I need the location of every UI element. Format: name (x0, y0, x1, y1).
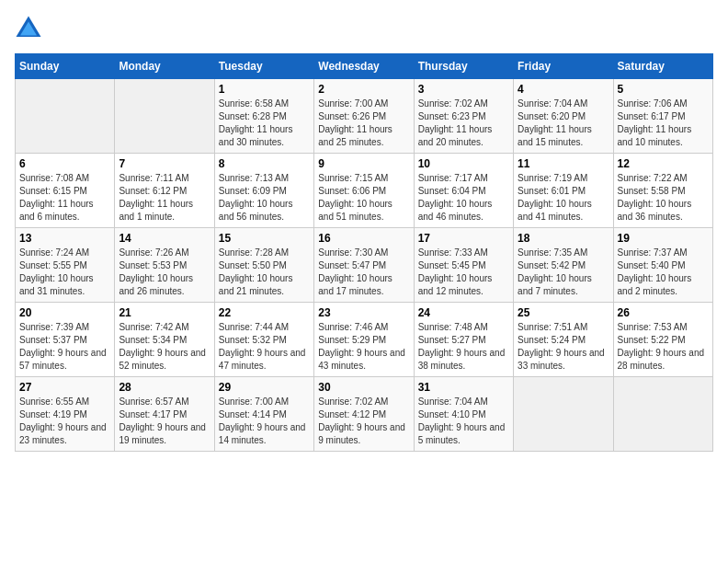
day-number: 19 (618, 232, 709, 245)
day-info: Sunrise: 7:02 AM Sunset: 6:23 PM Dayligh… (418, 98, 509, 149)
day-number: 4 (518, 83, 609, 96)
day-info: Sunrise: 7:13 AM Sunset: 6:09 PM Dayligh… (219, 172, 310, 224)
calendar-cell: 1Sunrise: 6:58 AM Sunset: 6:28 PM Daylig… (214, 79, 313, 154)
calendar-cell: 4Sunrise: 7:04 AM Sunset: 6:20 PM Daylig… (514, 79, 613, 154)
calendar-cell: 19Sunrise: 7:37 AM Sunset: 5:40 PM Dayli… (613, 228, 712, 303)
calendar-cell: 31Sunrise: 7:04 AM Sunset: 4:10 PM Dayli… (414, 377, 513, 452)
calendar-week-5: 27Sunrise: 6:55 AM Sunset: 4:19 PM Dayli… (16, 377, 713, 452)
day-number: 17 (418, 232, 509, 245)
header-day-friday: Friday (514, 54, 613, 79)
day-number: 16 (318, 232, 409, 245)
calendar-cell (514, 377, 613, 452)
day-number: 2 (318, 83, 409, 96)
calendar-week-2: 6Sunrise: 7:08 AM Sunset: 6:15 PM Daylig… (16, 154, 713, 228)
day-info: Sunrise: 7:00 AM Sunset: 6:26 PM Dayligh… (318, 98, 409, 149)
calendar-week-3: 13Sunrise: 7:24 AM Sunset: 5:55 PM Dayli… (16, 228, 713, 303)
day-info: Sunrise: 7:02 AM Sunset: 4:12 PM Dayligh… (318, 396, 409, 447)
calendar-cell: 26Sunrise: 7:53 AM Sunset: 5:22 PM Dayli… (613, 303, 712, 377)
calendar-cell: 14Sunrise: 7:26 AM Sunset: 5:53 PM Dayli… (115, 228, 214, 303)
calendar-cell: 20Sunrise: 7:39 AM Sunset: 5:37 PM Dayli… (16, 303, 115, 377)
day-info: Sunrise: 7:48 AM Sunset: 5:27 PM Dayligh… (418, 321, 509, 373)
header-day-wednesday: Wednesday (314, 54, 414, 79)
day-number: 10 (418, 157, 509, 170)
day-info: Sunrise: 7:08 AM Sunset: 6:15 PM Dayligh… (19, 172, 110, 224)
day-info: Sunrise: 7:35 AM Sunset: 5:42 PM Dayligh… (518, 247, 609, 298)
day-number: 22 (219, 306, 310, 319)
calendar-cell: 9Sunrise: 7:15 AM Sunset: 6:06 PM Daylig… (314, 154, 414, 228)
day-info: Sunrise: 7:17 AM Sunset: 6:04 PM Dayligh… (418, 172, 509, 224)
day-number: 25 (518, 306, 609, 319)
calendar-cell (115, 79, 214, 154)
calendar-cell: 28Sunrise: 6:57 AM Sunset: 4:17 PM Dayli… (115, 377, 214, 452)
day-number: 1 (219, 83, 310, 96)
day-number: 23 (318, 306, 409, 319)
logo-icon (15, 15, 42, 42)
day-info: Sunrise: 7:53 AM Sunset: 5:22 PM Dayligh… (618, 321, 709, 373)
day-info: Sunrise: 7:22 AM Sunset: 5:58 PM Dayligh… (618, 172, 709, 224)
day-info: Sunrise: 7:51 AM Sunset: 5:24 PM Dayligh… (518, 321, 609, 373)
calendar-cell: 3Sunrise: 7:02 AM Sunset: 6:23 PM Daylig… (414, 79, 513, 154)
day-info: Sunrise: 7:37 AM Sunset: 5:40 PM Dayligh… (618, 247, 709, 298)
day-info: Sunrise: 7:19 AM Sunset: 6:01 PM Dayligh… (518, 172, 609, 224)
calendar-cell: 27Sunrise: 6:55 AM Sunset: 4:19 PM Dayli… (16, 377, 115, 452)
day-info: Sunrise: 6:55 AM Sunset: 4:19 PM Dayligh… (19, 396, 110, 447)
calendar-week-1: 1Sunrise: 6:58 AM Sunset: 6:28 PM Daylig… (16, 79, 713, 154)
calendar-cell (16, 79, 115, 154)
calendar-cell: 25Sunrise: 7:51 AM Sunset: 5:24 PM Dayli… (514, 303, 613, 377)
day-number: 8 (219, 157, 310, 170)
calendar-cell: 23Sunrise: 7:46 AM Sunset: 5:29 PM Dayli… (314, 303, 414, 377)
day-number: 28 (119, 381, 210, 394)
calendar-cell: 18Sunrise: 7:35 AM Sunset: 5:42 PM Dayli… (514, 228, 613, 303)
day-info: Sunrise: 7:33 AM Sunset: 5:45 PM Dayligh… (418, 247, 509, 298)
day-number: 5 (618, 83, 709, 96)
day-info: Sunrise: 7:15 AM Sunset: 6:06 PM Dayligh… (318, 172, 409, 224)
day-info: Sunrise: 6:57 AM Sunset: 4:17 PM Dayligh… (119, 396, 210, 447)
calendar-cell: 15Sunrise: 7:28 AM Sunset: 5:50 PM Dayli… (214, 228, 313, 303)
day-info: Sunrise: 7:24 AM Sunset: 5:55 PM Dayligh… (19, 247, 110, 298)
day-number: 15 (219, 232, 310, 245)
calendar-week-4: 20Sunrise: 7:39 AM Sunset: 5:37 PM Dayli… (16, 303, 713, 377)
day-number: 30 (318, 381, 409, 394)
calendar-cell: 10Sunrise: 7:17 AM Sunset: 6:04 PM Dayli… (414, 154, 513, 228)
day-info: Sunrise: 7:06 AM Sunset: 6:17 PM Dayligh… (618, 98, 709, 149)
day-number: 3 (418, 83, 509, 96)
day-number: 20 (19, 306, 110, 319)
header-day-tuesday: Tuesday (214, 54, 313, 79)
calendar-cell: 12Sunrise: 7:22 AM Sunset: 5:58 PM Dayli… (613, 154, 712, 228)
day-number: 7 (119, 157, 210, 170)
day-number: 27 (19, 381, 110, 394)
day-number: 13 (19, 232, 110, 245)
header-day-sunday: Sunday (16, 54, 115, 79)
calendar-cell: 2Sunrise: 7:00 AM Sunset: 6:26 PM Daylig… (314, 79, 414, 154)
day-number: 6 (19, 157, 110, 170)
calendar-cell: 7Sunrise: 7:11 AM Sunset: 6:12 PM Daylig… (115, 154, 214, 228)
day-info: Sunrise: 7:42 AM Sunset: 5:34 PM Dayligh… (119, 321, 210, 373)
day-info: Sunrise: 7:26 AM Sunset: 5:53 PM Dayligh… (119, 247, 210, 298)
day-info: Sunrise: 7:46 AM Sunset: 5:29 PM Dayligh… (318, 321, 409, 373)
day-number: 31 (418, 381, 509, 394)
day-number: 12 (618, 157, 709, 170)
calendar-cell (613, 377, 712, 452)
day-info: Sunrise: 7:04 AM Sunset: 4:10 PM Dayligh… (418, 396, 509, 447)
day-info: Sunrise: 7:30 AM Sunset: 5:47 PM Dayligh… (318, 247, 409, 298)
day-number: 18 (518, 232, 609, 245)
calendar-cell: 21Sunrise: 7:42 AM Sunset: 5:34 PM Dayli… (115, 303, 214, 377)
calendar-cell: 29Sunrise: 7:00 AM Sunset: 4:14 PM Dayli… (214, 377, 313, 452)
calendar-cell: 11Sunrise: 7:19 AM Sunset: 6:01 PM Dayli… (514, 154, 613, 228)
day-info: Sunrise: 7:44 AM Sunset: 5:32 PM Dayligh… (219, 321, 310, 373)
header-day-saturday: Saturday (613, 54, 712, 79)
day-info: Sunrise: 7:11 AM Sunset: 6:12 PM Dayligh… (119, 172, 210, 224)
calendar-cell: 6Sunrise: 7:08 AM Sunset: 6:15 PM Daylig… (16, 154, 115, 228)
calendar-cell: 17Sunrise: 7:33 AM Sunset: 5:45 PM Dayli… (414, 228, 513, 303)
day-info: Sunrise: 7:28 AM Sunset: 5:50 PM Dayligh… (219, 247, 310, 298)
day-number: 11 (518, 157, 609, 170)
calendar-cell: 16Sunrise: 7:30 AM Sunset: 5:47 PM Dayli… (314, 228, 414, 303)
day-number: 29 (219, 381, 310, 394)
day-info: Sunrise: 7:00 AM Sunset: 4:14 PM Dayligh… (219, 396, 310, 447)
calendar-cell: 5Sunrise: 7:06 AM Sunset: 6:17 PM Daylig… (613, 79, 712, 154)
day-number: 24 (418, 306, 509, 319)
logo (15, 15, 46, 42)
day-info: Sunrise: 6:58 AM Sunset: 6:28 PM Dayligh… (219, 98, 310, 149)
day-number: 26 (618, 306, 709, 319)
day-number: 9 (318, 157, 409, 170)
